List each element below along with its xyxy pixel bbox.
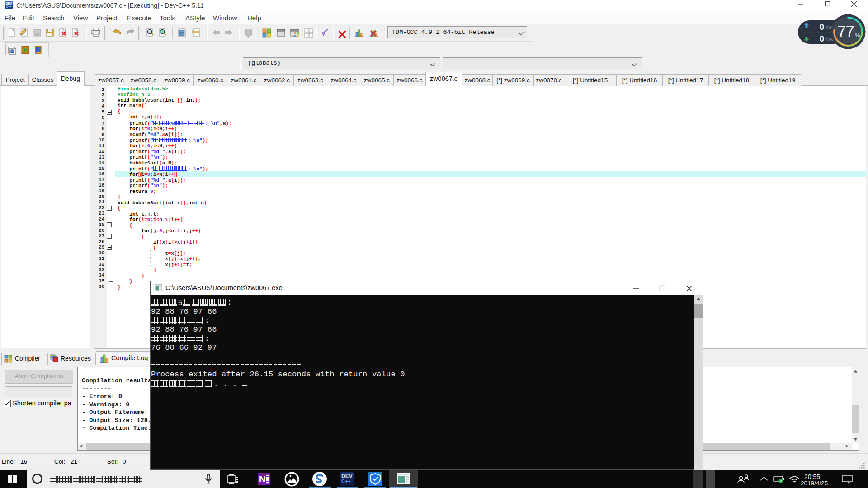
svg-text:77: 77 <box>837 22 854 40</box>
svg-text:0: 0 <box>819 34 824 43</box>
svg-text:DEV: DEV <box>6 2 12 5</box>
svg-text:0: 0 <box>819 22 824 32</box>
svg-text:C++: C++ <box>6 5 11 8</box>
svg-text:%: % <box>855 32 860 38</box>
